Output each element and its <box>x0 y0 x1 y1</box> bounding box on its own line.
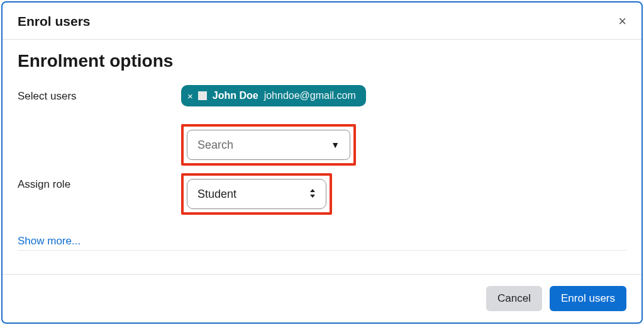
sort-icon <box>309 189 316 200</box>
dialog-title: Enrol users <box>18 14 91 29</box>
dialog-body: Enrolment options Select users × John Do… <box>3 40 641 274</box>
search-highlight: Search ▼ <box>181 124 356 166</box>
enrol-users-dialog: Enrol users × Enrolment options Select u… <box>1 1 643 324</box>
select-users-label: Select users <box>18 85 181 103</box>
show-more-link[interactable]: Show more... <box>18 235 80 248</box>
remove-user-icon[interactable]: × <box>187 91 193 101</box>
divider <box>18 250 626 251</box>
chip-user-name: John Doe <box>213 90 258 101</box>
assign-role-label: Assign role <box>18 173 181 191</box>
select-users-control: × John Doe johndoe@gmail.com Search ▼ <box>181 85 626 166</box>
dialog-footer: Cancel Enrol users <box>3 274 641 322</box>
close-icon[interactable]: × <box>618 14 626 28</box>
section-title: Enrolment options <box>18 51 626 71</box>
chevron-down-icon: ▼ <box>331 140 340 150</box>
assign-role-control: Student <box>181 173 626 215</box>
enrol-users-button[interactable]: Enrol users <box>550 286 626 311</box>
chip-user-email: johndoe@gmail.com <box>264 90 356 101</box>
role-select-value: Student <box>197 188 236 201</box>
role-select[interactable]: Student <box>187 179 326 209</box>
user-search-dropdown[interactable]: Search ▼ <box>187 130 350 160</box>
selected-user-chip: × John Doe johndoe@gmail.com <box>181 85 366 106</box>
select-users-row: Select users × John Doe johndoe@gmail.co… <box>18 85 626 166</box>
dialog-header: Enrol users × <box>3 3 641 40</box>
role-highlight: Student <box>181 173 332 215</box>
assign-role-row: Assign role Student <box>18 173 626 215</box>
search-placeholder: Search <box>197 139 233 152</box>
avatar-icon <box>198 91 207 100</box>
cancel-button[interactable]: Cancel <box>486 286 542 311</box>
